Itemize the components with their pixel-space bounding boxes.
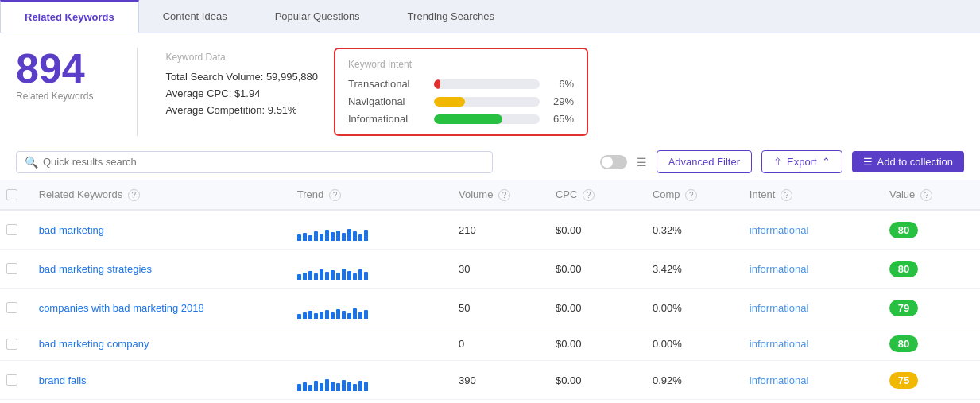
col-trend: Trend ? xyxy=(291,180,452,210)
trend-bar xyxy=(353,231,357,241)
add-to-collection-button[interactable]: ☰ Add to collection xyxy=(852,151,964,172)
trend-bar xyxy=(331,312,335,319)
trend-bar xyxy=(336,273,340,280)
keyword-cell[interactable]: companies with bad marketing 2018 xyxy=(33,289,291,327)
trend-bar xyxy=(331,270,335,280)
export-icon: ⇧ xyxy=(773,156,782,168)
trend-bar xyxy=(297,384,301,391)
table-wrap: Related Keywords ? Trend ? Volume ? CPC … xyxy=(0,180,980,403)
transactional-label: Transactional xyxy=(348,78,428,90)
col-intent-help-icon[interactable]: ? xyxy=(781,189,792,201)
cpc-cell: $0.00 xyxy=(549,289,646,327)
toggle-wrap xyxy=(600,155,627,169)
col-value-help-icon[interactable]: ? xyxy=(920,189,932,201)
trend-bar xyxy=(364,230,368,241)
search-input[interactable] xyxy=(43,156,484,168)
row-checkbox[interactable] xyxy=(6,302,17,313)
trend-bar xyxy=(336,383,340,391)
keyword-cell[interactable]: bad marketing strategies xyxy=(33,250,291,289)
intent-cell: informational xyxy=(743,327,883,361)
cpc-cell: $0.00 xyxy=(549,327,646,361)
trend-bars xyxy=(297,296,446,319)
trend-bar xyxy=(303,382,307,391)
keyword-cell[interactable]: bad marketing xyxy=(33,210,291,250)
export-chevron-icon: ⌃ xyxy=(822,156,831,168)
keyword-cell[interactable]: bad marketing company xyxy=(33,327,291,361)
trend-bar xyxy=(314,313,318,319)
table-row: bad marketing210$0.000.32%informational8… xyxy=(0,210,980,250)
stats-row: 894 Related Keywords Keyword Data Total … xyxy=(0,33,980,144)
informational-label: Informational xyxy=(348,113,428,125)
trend-bar xyxy=(314,381,318,391)
tabs-bar: Related Keywords Content Ideas Popular Q… xyxy=(0,0,980,33)
trend-cell xyxy=(291,289,452,327)
col-trend-help-icon[interactable]: ? xyxy=(329,189,341,201)
select-all-checkbox[interactable] xyxy=(6,189,17,200)
total-volume-label: Total Search Volume: xyxy=(165,71,263,83)
volume-cell: 390 xyxy=(452,361,549,400)
table-row: bad marketing company0$0.000.00%informat… xyxy=(0,327,980,361)
transactional-pct: 6% xyxy=(546,78,574,90)
total-volume-row: Total Search Volume: 59,995,880 xyxy=(165,71,318,83)
trend-bar xyxy=(297,274,301,280)
trend-bar xyxy=(358,234,362,241)
trend-cell xyxy=(291,361,452,400)
tab-content-ideas[interactable]: Content Ideas xyxy=(139,0,251,33)
trend-bar xyxy=(347,382,351,391)
intent-cell: informational xyxy=(743,250,883,289)
value-cell: 80 xyxy=(883,400,980,404)
trend-bar xyxy=(364,382,368,391)
volume-cell: 40 xyxy=(452,400,549,404)
comp-cell: 0.00% xyxy=(646,289,743,327)
transactional-bar-bg xyxy=(434,79,540,89)
trend-bar xyxy=(320,269,323,280)
trend-cell xyxy=(291,210,452,250)
col-intent: Intent ? xyxy=(743,180,883,210)
avg-cpc-row: Average CPC: $1.94 xyxy=(165,87,318,99)
row-checkbox[interactable] xyxy=(6,339,17,350)
tab-popular-questions[interactable]: Popular Questions xyxy=(251,0,384,33)
trend-bar xyxy=(320,312,323,319)
intent-cell: informational xyxy=(743,400,883,404)
cpc-cell: $0.00 xyxy=(549,361,646,400)
row-checkbox[interactable] xyxy=(6,374,17,386)
trend-bar xyxy=(325,272,329,280)
col-comp-label: Comp xyxy=(653,188,680,200)
col-volume-label: Volume xyxy=(459,188,493,200)
navigational-label: Navigational xyxy=(348,95,428,107)
tab-related-keywords[interactable]: Related Keywords xyxy=(0,0,139,33)
trend-bar xyxy=(325,230,329,241)
toolbar-right: ☰ Advanced Filter ⇧ Export ⌃ ☰ Add to co… xyxy=(600,150,964,173)
collection-icon: ☰ xyxy=(863,156,873,168)
trend-bars xyxy=(297,369,446,391)
trend-bars xyxy=(297,219,446,241)
results-toggle[interactable] xyxy=(600,155,627,169)
avg-comp-label: Average Competition: xyxy=(165,104,265,116)
keyword-cell[interactable]: marketing disasters xyxy=(33,400,291,404)
row-checkbox[interactable] xyxy=(6,224,17,235)
avg-comp-value: 9.51% xyxy=(268,104,297,116)
export-button[interactable]: ⇧ Export ⌃ xyxy=(761,150,842,173)
table-row: companies with bad marketing 201850$0.00… xyxy=(0,289,980,327)
tab-trending-searches[interactable]: Trending Searches xyxy=(384,0,518,33)
search-icon: 🔍 xyxy=(25,156,38,169)
advanced-filter-button[interactable]: Advanced Filter xyxy=(657,150,752,173)
row-checkbox[interactable] xyxy=(6,263,17,274)
trend-bar xyxy=(331,382,335,391)
informational-bar-fill xyxy=(434,114,502,124)
col-comp-help-icon[interactable]: ? xyxy=(685,189,697,201)
trend-bar xyxy=(336,309,340,319)
trend-bar xyxy=(336,231,340,241)
col-value: Value ? xyxy=(883,180,980,210)
avg-comp-row: Average Competition: 9.51% xyxy=(165,104,318,116)
comp-cell: 0.32% xyxy=(646,210,743,250)
trend-bar xyxy=(353,384,357,391)
keyword-cell[interactable]: brand fails xyxy=(33,361,291,400)
cpc-cell: $0.00 xyxy=(549,400,646,404)
col-volume-help-icon[interactable]: ? xyxy=(498,189,510,201)
col-kw-help-icon[interactable]: ? xyxy=(128,189,140,201)
volume-cell: 30 xyxy=(452,250,549,289)
search-wrap[interactable]: 🔍 xyxy=(16,151,493,173)
table-body: bad marketing210$0.000.32%informational8… xyxy=(0,210,980,403)
col-cpc-help-icon[interactable]: ? xyxy=(583,189,595,201)
